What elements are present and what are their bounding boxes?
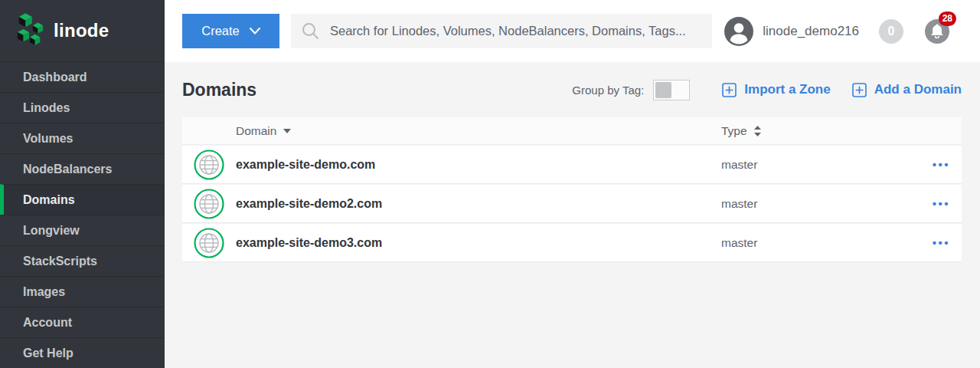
domain-name[interactable]: example-site-demo2.com (236, 197, 721, 211)
domain-icon-cell (182, 189, 236, 219)
group-by-tag-label: Group by Tag: (572, 84, 644, 97)
username[interactable]: linode_demo216 (763, 24, 859, 39)
chevron-down-icon (250, 28, 260, 34)
main-content: Domains Group by Tag: Import a Zone Add … (165, 62, 980, 368)
domain-icon-cell (182, 228, 236, 258)
row-actions-button[interactable]: ••• (933, 159, 962, 170)
domain-name[interactable]: example-site-demo3.com (236, 236, 721, 250)
search-bar[interactable] (291, 14, 712, 48)
page-header-actions: Group by Tag: Import a Zone Add a Domain (572, 80, 962, 100)
toggle-knob (655, 82, 671, 98)
notifications-button[interactable]: 28 (925, 19, 949, 44)
sidebar-item-domains[interactable]: Domains (0, 184, 165, 215)
sidebar-item-longview[interactable]: Longview (0, 215, 165, 245)
row-actions-button[interactable]: ••• (933, 237, 962, 248)
sidebar-item-stackscripts[interactable]: StackScripts (0, 245, 165, 276)
linode-logo[interactable]: linode (0, 0, 165, 61)
page-header: Domains Group by Tag: Import a Zone Add … (165, 62, 980, 117)
sidebar-nav: Dashboard Linodes Volumes NodeBalancers … (0, 61, 165, 368)
bell-icon (930, 24, 944, 38)
search-icon (302, 22, 319, 40)
group-by-tag-toggle[interactable] (653, 80, 690, 100)
sidebar: linode Dashboard Linodes Volumes NodeBal… (0, 0, 165, 368)
column-header-domain[interactable]: Domain (182, 124, 721, 138)
globe-icon (194, 228, 224, 258)
row-actions-button[interactable]: ••• (933, 198, 962, 209)
topbar: Create linode_demo216 0 28 (165, 0, 980, 62)
domain-type: master (721, 236, 905, 250)
search-input[interactable] (330, 24, 701, 38)
logo-text: linode (54, 20, 109, 41)
domain-type: master (721, 197, 905, 211)
sidebar-item-dashboard[interactable]: Dashboard (0, 61, 165, 92)
avatar[interactable] (724, 17, 753, 46)
user-icon (724, 17, 753, 46)
add-domain-button[interactable]: Add a Domain (852, 82, 962, 97)
domains-table: Domain Type (182, 117, 962, 262)
sidebar-item-nodebalancers[interactable]: NodeBalancers (0, 153, 165, 184)
linode-logo-icon (15, 13, 44, 48)
sidebar-item-volumes[interactable]: Volumes (0, 123, 165, 153)
table-row[interactable]: example-site-demo2.com master ••• (182, 185, 962, 223)
plus-square-icon (852, 83, 867, 97)
sidebar-item-get-help[interactable]: Get Help (0, 337, 165, 368)
create-button[interactable]: Create (182, 14, 279, 48)
events-count-badge[interactable]: 0 (879, 19, 903, 44)
domain-icon-cell (182, 150, 236, 180)
table-row[interactable]: example-site-demo.com master ••• (182, 146, 962, 184)
sidebar-item-images[interactable]: Images (0, 276, 165, 307)
notification-count-badge: 28 (939, 12, 956, 26)
sidebar-item-linodes[interactable]: Linodes (0, 92, 165, 123)
table-row[interactable]: example-site-demo3.com master ••• (182, 224, 962, 262)
domain-name[interactable]: example-site-demo.com (236, 158, 721, 172)
import-zone-button[interactable]: Import a Zone (722, 82, 830, 97)
user-area: linode_demo216 0 28 (724, 17, 980, 46)
sidebar-item-account[interactable]: Account (0, 307, 165, 337)
page-title: Domains (182, 80, 256, 100)
globe-icon (194, 150, 224, 180)
globe-icon (194, 189, 224, 219)
domain-type: master (721, 158, 905, 172)
plus-square-icon (722, 83, 737, 97)
table-header: Domain Type (182, 117, 962, 145)
sort-desc-icon (283, 129, 291, 133)
sort-both-icon (754, 126, 761, 136)
column-header-type[interactable]: Type (721, 124, 761, 138)
